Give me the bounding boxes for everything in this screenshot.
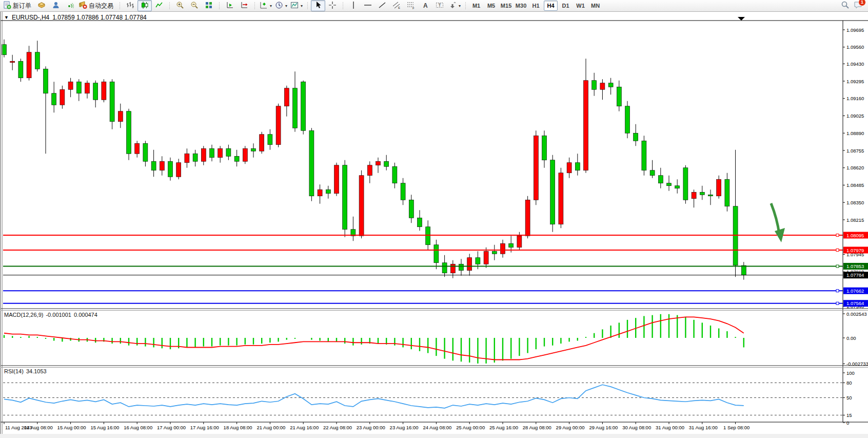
- candle-body: [717, 179, 721, 196]
- timeframe-button-m30[interactable]: M30: [514, 1, 528, 11]
- candle-body: [492, 251, 497, 254]
- fibonacci-icon: F: [407, 1, 415, 11]
- auto-scroll-icon: [226, 1, 234, 11]
- candle-body: [151, 161, 156, 170]
- equidistant-channel-icon: E: [392, 1, 401, 11]
- navigator-button[interactable]: [49, 0, 63, 11]
- time-tick-label: 21 Aug 16:00: [290, 425, 319, 430]
- candle-body: [642, 141, 646, 170]
- price-tick-label: 1.09025: [846, 113, 864, 119]
- templates-button[interactable]: ▾: [289, 0, 304, 11]
- text-label-button[interactable]: T: [432, 0, 447, 11]
- candle-body: [683, 168, 688, 200]
- candle-body: [143, 143, 148, 161]
- candle-body: [201, 148, 206, 161]
- candle-body: [76, 82, 81, 93]
- indicators-button[interactable]: ▾: [258, 0, 273, 11]
- cursor-button[interactable]: [311, 0, 325, 11]
- fibonacci-button[interactable]: F: [404, 0, 418, 11]
- horizontal-line-button[interactable]: [361, 0, 375, 11]
- candle-body: [550, 160, 555, 224]
- price-tick-label: 1.09560: [846, 44, 864, 50]
- candle-body: [85, 83, 90, 93]
- svg-text:T: T: [438, 3, 441, 8]
- time-tick-label: 31 Aug 16:00: [689, 425, 718, 430]
- candle-body: [650, 170, 655, 176]
- candle-body: [426, 227, 430, 245]
- timeframe-button-d1[interactable]: D1: [559, 1, 573, 11]
- market-watch-button[interactable]: [34, 0, 49, 11]
- crosshair-button[interactable]: [325, 0, 340, 11]
- macd-main-value: -0.001001: [46, 312, 71, 318]
- bar-chart-button[interactable]: [123, 0, 137, 11]
- indicators-icon: [260, 1, 268, 11]
- notification-badge: 1: [858, 0, 866, 6]
- periods-button[interactable]: ▾: [273, 0, 289, 11]
- vertical-line-button[interactable]: [346, 0, 361, 11]
- timeframe-button-mn[interactable]: MN: [588, 1, 602, 11]
- arrows-button[interactable]: ▾: [447, 0, 462, 11]
- timeframe-button-m1[interactable]: M1: [469, 1, 483, 11]
- price-tick-label: 1.08620: [846, 165, 864, 170]
- text-icon: A: [421, 1, 429, 11]
- candle-body: [542, 136, 547, 160]
- price-chart[interactable]: 1.096951.095601.094301.092951.091601.090…: [0, 0, 868, 438]
- timeframe-button-w1[interactable]: W1: [574, 1, 587, 11]
- candle-body: [509, 243, 514, 247]
- timeframe-button-m5[interactable]: M5: [484, 1, 498, 11]
- chart-shift-icon: [240, 1, 248, 11]
- timeframe-button-m15[interactable]: M15: [499, 1, 513, 11]
- timeframe-button-h1[interactable]: H1: [529, 1, 543, 11]
- rsi-value: 34.1053: [26, 368, 47, 374]
- new-order-button[interactable]: 新订单: [2, 0, 34, 11]
- candle-body: [634, 133, 638, 141]
- auto-trading-label: 自动交易: [89, 2, 113, 10]
- candle-body: [384, 161, 389, 166]
- price-line-badge-label: 1.08095: [846, 233, 864, 238]
- candle-body: [185, 154, 189, 163]
- arrows-icon: [448, 1, 457, 11]
- hline-handle[interactable]: [836, 234, 839, 237]
- new-order-icon: [3, 1, 11, 11]
- auto-trading-button[interactable]: 自动交易: [77, 0, 116, 11]
- candle-body: [567, 163, 571, 173]
- macd-axis-label: -0.002733: [846, 361, 868, 367]
- zoom-out-button[interactable]: [187, 0, 202, 11]
- candle-body: [625, 106, 630, 134]
- zoom-in-button[interactable]: [173, 0, 187, 11]
- auto-scroll-button[interactable]: [223, 0, 237, 11]
- price-tick-label: 1.08350: [846, 200, 864, 205]
- hline-handle[interactable]: [836, 302, 839, 304]
- candle-body: [210, 148, 214, 158]
- chevron-down-icon: ▾: [285, 4, 287, 8]
- equidistant-channel-button[interactable]: E: [389, 0, 404, 11]
- text-button[interactable]: A: [418, 0, 432, 11]
- signal-button[interactable]: [63, 0, 77, 11]
- candle-body: [559, 173, 563, 224]
- rsi-indicator-label: RSI(14) 34.1053: [4, 368, 47, 374]
- hline-handle[interactable]: [836, 290, 839, 292]
- timeframe-button-h4[interactable]: H4: [544, 1, 558, 11]
- candle-body: [60, 89, 65, 105]
- trendline-button[interactable]: [375, 0, 389, 11]
- svg-text:A: A: [423, 2, 428, 9]
- time-tick-label: 14 Aug 08:00: [24, 425, 53, 430]
- candle-body: [476, 258, 480, 264]
- hline-handle[interactable]: [836, 265, 839, 268]
- time-tick-label: 21 Aug 00:00: [257, 425, 285, 430]
- candle-body: [226, 148, 231, 156]
- macd-signal-value: 0.000474: [74, 312, 97, 318]
- chart-dropdown-icon[interactable]: ▼: [4, 15, 9, 20]
- chart-shift-button[interactable]: [237, 0, 251, 11]
- notifications-button[interactable]: 1: [854, 1, 863, 11]
- time-tick-label: 29 Aug 16:00: [589, 425, 618, 430]
- time-tick-label: 15 Aug 00:00: [57, 425, 86, 430]
- line-chart-button[interactable]: [152, 0, 166, 11]
- chart-ohlc-title[interactable]: ▼ EURUSD-,H4 1.07859 1.07886 1.07748 1.0…: [4, 14, 147, 21]
- time-tick-label: 24 Aug 08:00: [423, 425, 451, 430]
- tile-windows-button[interactable]: [202, 0, 216, 11]
- hline-handle[interactable]: [836, 249, 839, 252]
- search-icon[interactable]: [841, 1, 850, 11]
- price-tick-label: 1.09160: [846, 96, 864, 101]
- candlestick-chart-button[interactable]: [137, 0, 152, 11]
